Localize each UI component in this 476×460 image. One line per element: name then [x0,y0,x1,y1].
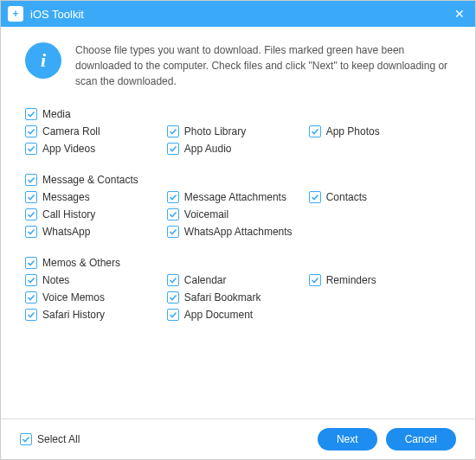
filetype-checkbox[interactable]: Call History [25,208,167,220]
group-rows: MessagesMessage AttachmentsContactsCall … [25,191,451,238]
checkbox-label: Message Attachments [184,191,286,203]
app-icon: + [8,6,23,22]
filetype-checkbox[interactable]: Notes [25,274,167,286]
table-row: MessagesMessage AttachmentsContacts [25,191,451,203]
filetype-checkbox[interactable]: App Photos [309,125,451,137]
checkbox-box [167,291,179,303]
info-row: i Choose file types you want to download… [25,42,451,89]
checkbox-box [25,226,37,238]
checkbox-box [25,291,37,303]
cell: Message Attachments [167,191,309,203]
cell: App Videos [25,143,167,155]
checkbox-box [25,274,37,286]
filetype-checkbox[interactable]: Message Attachments [167,191,309,203]
checkbox-label: Messages [42,191,90,203]
checkbox-label: Camera Roll [42,125,100,137]
content-area: i Choose file types you want to download… [1,27,475,418]
checkbox-label: Call History [42,208,95,220]
filetype-checkbox[interactable]: Contacts [309,191,451,203]
window-title: iOS Toolkit [30,8,451,21]
cell: Call History [25,208,167,220]
filetype-checkbox[interactable]: Safari History [25,309,167,321]
cell: Reminders [309,274,451,286]
cancel-button[interactable]: Cancel [386,428,456,450]
filetype-checkbox[interactable]: Voice Memos [25,291,167,303]
group-header: Message & Contacts [25,174,451,186]
checkbox-label: App Audio [184,143,232,155]
checkbox-label: App Document [184,309,253,321]
filetype-checkbox[interactable]: Photo Library [167,125,309,137]
file-type-groups: MediaCamera RollPhoto LibraryApp PhotosA… [25,108,451,321]
checkbox-box [25,257,37,269]
filetype-checkbox[interactable]: Camera Roll [25,125,167,137]
cell: App Document [167,309,309,321]
checkbox-box [167,274,179,286]
cell: Photo Library [167,125,309,137]
checkbox-label: WhatsApp Attachments [184,226,293,238]
footer: Select All Next Cancel [1,418,475,459]
cell: Voicemail [167,208,309,220]
cell: Voice Memos [25,291,167,303]
filetype-checkbox[interactable]: App Document [167,309,309,321]
checkbox-box [25,174,37,186]
filetype-checkbox[interactable]: Safari Bookmark [167,291,309,303]
cell: Calendar [167,274,309,286]
filetype-checkbox[interactable]: App Audio [167,143,309,155]
checkbox-box [25,309,37,321]
group-header: Media [25,108,451,120]
table-row: Call HistoryVoicemail [25,208,451,220]
filetype-checkbox[interactable]: WhatsApp Attachments [167,226,309,238]
checkbox-label: Photo Library [184,125,246,137]
filetype-checkbox[interactable]: Voicemail [167,208,309,220]
select-all-label: Select All [37,433,80,445]
checkbox-box [25,143,37,155]
cell: WhatsApp [25,226,167,238]
group-message-contacts: Message & ContactsMessagesMessage Attach… [25,174,451,238]
group-header: Memos & Others [25,257,451,269]
group-checkbox-message-contacts[interactable]: Message & Contacts [25,174,451,186]
checkbox-label: Reminders [326,274,376,286]
checkbox-box [167,125,179,137]
group-rows: NotesCalendarRemindersVoice MemosSafari … [25,274,451,321]
filetype-checkbox[interactable]: WhatsApp [25,226,167,238]
titlebar: + iOS Toolkit ✕ [1,1,475,27]
checkbox-box [167,226,179,238]
checkbox-label: App Photos [326,125,380,137]
app-window: + iOS Toolkit ✕ i Choose file types you … [0,0,476,460]
checkbox-label: Notes [42,274,69,286]
checkbox-box [167,143,179,155]
cell: Safari History [25,309,167,321]
cell: WhatsApp Attachments [167,226,309,238]
cell: App Photos [309,125,451,137]
cell: Notes [25,274,167,286]
close-icon[interactable]: ✕ [451,7,468,21]
checkbox-box [167,309,179,321]
filetype-checkbox[interactable]: Messages [25,191,167,203]
table-row: Safari HistoryApp Document [25,309,451,321]
checkbox-box [25,125,37,137]
checkbox-box [25,191,37,203]
checkbox-box [20,433,32,445]
checkbox-box [309,274,321,286]
select-all-checkbox[interactable]: Select All [20,433,80,445]
filetype-checkbox[interactable]: Calendar [167,274,309,286]
next-button[interactable]: Next [318,428,377,450]
info-text: Choose file types you want to download. … [75,42,451,89]
cell: Messages [25,191,167,203]
checkbox-label: Memos & Others [42,257,120,269]
cell: App Audio [167,143,309,155]
group-checkbox-media[interactable]: Media [25,108,451,120]
checkbox-box [309,125,321,137]
cell: Camera Roll [25,125,167,137]
group-checkbox-memos-others[interactable]: Memos & Others [25,257,451,269]
group-media: MediaCamera RollPhoto LibraryApp PhotosA… [25,108,451,155]
checkbox-box [309,191,321,203]
filetype-checkbox[interactable]: App Videos [25,143,167,155]
checkbox-label: Media [42,108,71,120]
checkbox-label: Contacts [326,191,367,203]
filetype-checkbox[interactable]: Reminders [309,274,451,286]
table-row: NotesCalendarReminders [25,274,451,286]
checkbox-label: Message & Contacts [42,174,138,186]
group-rows: Camera RollPhoto LibraryApp PhotosApp Vi… [25,125,451,155]
checkbox-label: Safari History [42,309,105,321]
